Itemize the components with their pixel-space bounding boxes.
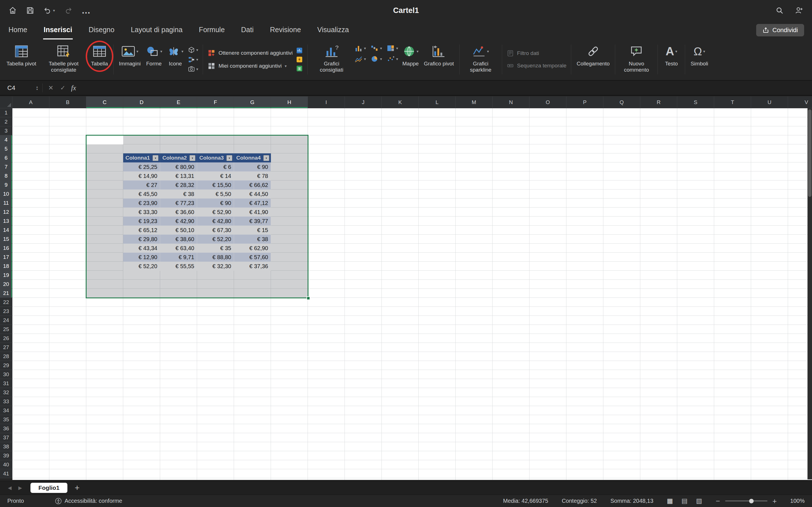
table-cell[interactable]: € 38 — [160, 189, 197, 199]
column-header-Q[interactable]: Q — [603, 97, 640, 108]
column-header-O[interactable]: O — [529, 97, 567, 108]
line-chart-button[interactable]: ▾ — [354, 55, 366, 63]
table-cell[interactable]: € 44,50 — [234, 189, 271, 199]
pie-chart-button[interactable]: ▾ — [370, 55, 382, 63]
table-header-colonna1[interactable]: Colonna1▾ — [123, 153, 160, 162]
table-cell[interactable]: € 42,80 — [197, 217, 234, 226]
select-all-corner[interactable] — [0, 97, 12, 108]
table-cell[interactable]: € 45,50 — [123, 189, 160, 199]
column-header-C[interactable]: C — [86, 97, 123, 108]
symbols-button[interactable]: Ω ▾ Simboli — [688, 41, 710, 68]
table-cell[interactable]: € 32,30 — [197, 262, 234, 271]
filter-dropdown-icon[interactable]: ▾ — [263, 155, 269, 161]
table-cell[interactable]: € 62,90 — [234, 244, 271, 252]
row-header-19[interactable]: 19 — [0, 271, 12, 280]
table-cell[interactable]: € 65,12 — [123, 226, 160, 235]
table-cell[interactable]: € 67,30 — [197, 226, 234, 235]
row-header-16[interactable]: 16 — [0, 244, 12, 252]
next-sheet-icon[interactable]: ▶ — [18, 485, 22, 491]
table-cell[interactable]: € 80,90 — [160, 162, 197, 171]
shapes-button[interactable]: ▾ Forme — [143, 41, 165, 68]
maps-button[interactable]: ▾ Mappe — [400, 41, 421, 68]
my-addins-button[interactable]: Miei componenti aggiuntivi ▾ — [208, 62, 293, 70]
table-cell[interactable]: € 23,90 — [123, 199, 160, 208]
table-cell[interactable]: € 90 — [234, 162, 271, 171]
prev-sheet-icon[interactable]: ◀ — [8, 485, 11, 491]
row-header-32[interactable]: 32 — [0, 388, 12, 397]
table-cell[interactable]: € 78 — [234, 171, 271, 180]
column-header-V[interactable]: V — [788, 97, 812, 108]
pivot-table-button[interactable]: Tabella pivot — [4, 41, 39, 68]
new-comment-button[interactable]: Nuovo commento — [618, 41, 655, 74]
column-header-B[interactable]: B — [49, 97, 86, 108]
row-header-5[interactable]: 5 — [0, 145, 12, 153]
row-header-34[interactable]: 34 — [0, 406, 12, 415]
column-header-D[interactable]: D — [123, 97, 160, 108]
filter-dropdown-icon[interactable]: ▾ — [153, 155, 159, 161]
row-header-4[interactable]: 4 — [0, 135, 12, 145]
column-header-T[interactable]: T — [714, 97, 751, 108]
row-header-9[interactable]: 9 — [0, 180, 12, 189]
text-button[interactable]: A ▾ Testo — [660, 41, 682, 68]
table-cell[interactable]: € 6 — [197, 162, 234, 171]
table-cell[interactable]: € 38,60 — [160, 235, 197, 244]
zoom-in-icon[interactable]: + — [772, 497, 777, 505]
row-header-21[interactable]: 21 — [0, 289, 12, 298]
more-commands-icon[interactable]: … — [81, 8, 91, 13]
zoom-slider-knob[interactable] — [749, 499, 754, 503]
column-header-L[interactable]: L — [419, 97, 456, 108]
screenshot-button[interactable]: ▾ — [188, 65, 198, 73]
table-cell[interactable]: € 63,40 — [160, 244, 197, 252]
table-cell[interactable]: € 36,60 — [160, 208, 197, 217]
row-header-40[interactable]: 40 — [0, 460, 12, 469]
tab-disegno[interactable]: Disegno — [88, 21, 115, 40]
active-cell-C4[interactable] — [86, 135, 123, 145]
scrollbar-thumb[interactable] — [808, 109, 811, 197]
row-header-3[interactable]: 3 — [0, 126, 12, 135]
table-cell[interactable]: € 14,90 — [123, 171, 160, 180]
row-header-20[interactable]: 20 — [0, 280, 12, 289]
row-header-37[interactable]: 37 — [0, 433, 12, 442]
share-button[interactable]: Condividi — [756, 24, 804, 36]
vertical-scrollbar[interactable] — [808, 108, 812, 480]
home-icon[interactable] — [8, 6, 17, 15]
column-header-M[interactable]: M — [456, 97, 492, 108]
scatter-chart-button[interactable]: ▾ — [387, 55, 398, 63]
row-header-2[interactable]: 2 — [0, 117, 12, 126]
table-cell[interactable]: € 33,30 — [123, 208, 160, 217]
row-header-38[interactable]: 38 — [0, 442, 12, 451]
row-header-22[interactable]: 22 — [0, 298, 12, 307]
row-header-36[interactable]: 36 — [0, 424, 12, 433]
row-header-1[interactable]: 1 — [0, 108, 12, 117]
row-header-29[interactable]: 29 — [0, 361, 12, 370]
row-header-14[interactable]: 14 — [0, 226, 12, 235]
addin-chart-icon[interactable] — [296, 47, 303, 54]
column-header-R[interactable]: R — [640, 97, 677, 108]
table-cell[interactable]: € 13,31 — [160, 171, 197, 180]
row-header-13[interactable]: 13 — [0, 217, 12, 226]
row-header-33[interactable]: 33 — [0, 397, 12, 406]
formula-input[interactable] — [81, 83, 808, 93]
fill-handle[interactable] — [306, 296, 310, 300]
page-break-view-icon[interactable]: ▧ — [696, 497, 702, 505]
link-button[interactable]: Collegamento — [574, 41, 612, 68]
column-header-I[interactable]: I — [308, 97, 345, 108]
column-header-J[interactable]: J — [345, 97, 382, 108]
tab-dati[interactable]: Dati — [240, 21, 254, 40]
tab-visualizza[interactable]: Visualizza — [316, 21, 349, 40]
column-header-N[interactable]: N — [492, 97, 529, 108]
pictures-button[interactable]: ▾ Immagini — [116, 41, 143, 68]
normal-view-icon[interactable]: ▦ — [667, 497, 673, 505]
pivot-chart-button[interactable]: Grafico pivot — [421, 41, 457, 68]
row-header-8[interactable]: 8 — [0, 171, 12, 180]
tab-inserisci[interactable]: Inserisci — [43, 21, 73, 40]
waterfall-chart-button[interactable]: ▾ — [370, 45, 382, 52]
table-cell[interactable]: € 88,80 — [197, 252, 234, 262]
table-cell[interactable]: € 19,23 — [123, 217, 160, 226]
accessibility-status[interactable]: Accessibilità: conforme — [55, 498, 122, 504]
table-cell[interactable]: € 41,90 — [234, 208, 271, 217]
row-header-6[interactable]: 6 — [0, 153, 12, 162]
tab-revisione[interactable]: Revisione — [270, 21, 302, 40]
table-cell[interactable]: € 9,71 — [160, 252, 197, 262]
row-header-27[interactable]: 27 — [0, 343, 12, 352]
